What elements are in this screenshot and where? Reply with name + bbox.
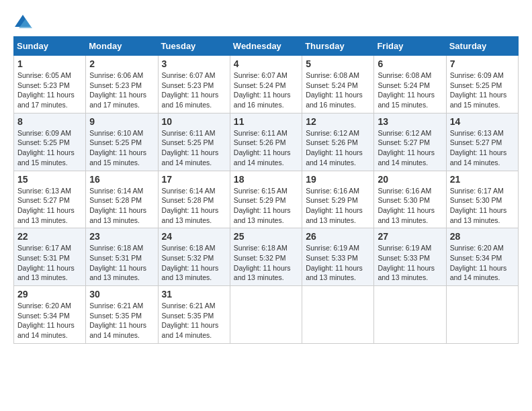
- day-number: 14: [450, 116, 515, 127]
- day-number: 15: [17, 174, 82, 185]
- day-number: 30: [89, 289, 154, 300]
- calendar-week-row: 15 Sunrise: 6:13 AM Sunset: 5:27 PM Dayl…: [14, 171, 519, 228]
- day-number: 24: [162, 231, 226, 242]
- day-info: Sunrise: 6:15 AM Sunset: 5:29 PM Dayligh…: [234, 186, 298, 226]
- day-number: 17: [162, 174, 226, 185]
- day-info: Sunrise: 6:18 AM Sunset: 5:32 PM Dayligh…: [234, 243, 298, 283]
- day-info: Sunrise: 6:09 AM Sunset: 5:25 PM Dayligh…: [450, 71, 515, 110]
- calendar-day-cell: 30 Sunrise: 6:21 AM Sunset: 5:35 PM Dayl…: [86, 286, 158, 344]
- calendar-day-cell: 7 Sunrise: 6:09 AM Sunset: 5:25 PM Dayli…: [446, 56, 518, 113]
- day-info: Sunrise: 6:19 AM Sunset: 5:33 PM Dayligh…: [378, 243, 442, 283]
- day-of-week-header: Thursday: [302, 37, 374, 56]
- day-number: 5: [306, 58, 370, 69]
- calendar-day-cell: 4 Sunrise: 6:07 AM Sunset: 5:24 PM Dayli…: [230, 56, 302, 113]
- calendar-week-row: 29 Sunrise: 6:20 AM Sunset: 5:34 PM Dayl…: [14, 286, 519, 344]
- calendar-header-row: SundayMondayTuesdayWednesdayThursdayFrid…: [14, 37, 519, 56]
- day-info: Sunrise: 6:14 AM Sunset: 5:28 PM Dayligh…: [89, 186, 154, 226]
- calendar-day-cell: 11 Sunrise: 6:11 AM Sunset: 5:26 PM Dayl…: [230, 113, 302, 171]
- calendar-day-cell: 10 Sunrise: 6:11 AM Sunset: 5:25 PM Dayl…: [158, 113, 230, 171]
- logo-icon: [13, 13, 32, 30]
- day-number: 18: [234, 174, 298, 185]
- calendar-day-cell: 24 Sunrise: 6:18 AM Sunset: 5:32 PM Dayl…: [158, 228, 230, 286]
- day-number: 22: [17, 231, 82, 242]
- day-info: Sunrise: 6:09 AM Sunset: 5:25 PM Dayligh…: [17, 128, 82, 168]
- calendar-day-cell: 14 Sunrise: 6:13 AM Sunset: 5:27 PM Dayl…: [446, 113, 518, 171]
- calendar-day-cell: 20 Sunrise: 6:16 AM Sunset: 5:30 PM Dayl…: [374, 171, 446, 228]
- calendar-day-cell: 12 Sunrise: 6:12 AM Sunset: 5:26 PM Dayl…: [302, 113, 374, 171]
- calendar-day-cell: 6 Sunrise: 6:08 AM Sunset: 5:24 PM Dayli…: [374, 56, 446, 113]
- day-number: 10: [162, 116, 226, 127]
- calendar-day-cell: 17 Sunrise: 6:14 AM Sunset: 5:28 PM Dayl…: [158, 171, 230, 228]
- day-info: Sunrise: 6:21 AM Sunset: 5:35 PM Dayligh…: [89, 301, 154, 340]
- day-info: Sunrise: 6:11 AM Sunset: 5:25 PM Dayligh…: [162, 128, 226, 168]
- day-of-week-header: Sunday: [14, 37, 86, 56]
- day-info: Sunrise: 6:08 AM Sunset: 5:24 PM Dayligh…: [306, 71, 370, 110]
- day-info: Sunrise: 6:16 AM Sunset: 5:29 PM Dayligh…: [306, 186, 370, 226]
- day-number: 13: [378, 116, 442, 127]
- day-info: Sunrise: 6:18 AM Sunset: 5:32 PM Dayligh…: [162, 243, 226, 283]
- day-number: 11: [234, 116, 298, 127]
- calendar-day-cell: 25 Sunrise: 6:18 AM Sunset: 5:32 PM Dayl…: [230, 228, 302, 286]
- day-number: 4: [234, 58, 298, 69]
- calendar-day-cell: 13 Sunrise: 6:12 AM Sunset: 5:27 PM Dayl…: [374, 113, 446, 171]
- day-number: 1: [17, 58, 82, 69]
- logo: [13, 13, 35, 30]
- day-number: 6: [378, 58, 442, 69]
- day-number: 16: [89, 174, 154, 185]
- calendar-day-cell: [302, 286, 374, 344]
- day-number: 21: [450, 174, 515, 185]
- calendar-day-cell: 15 Sunrise: 6:13 AM Sunset: 5:27 PM Dayl…: [14, 171, 86, 228]
- day-info: Sunrise: 6:11 AM Sunset: 5:26 PM Dayligh…: [234, 128, 298, 168]
- day-info: Sunrise: 6:12 AM Sunset: 5:26 PM Dayligh…: [306, 128, 370, 168]
- calendar-day-cell: [374, 286, 446, 344]
- day-info: Sunrise: 6:14 AM Sunset: 5:28 PM Dayligh…: [162, 186, 226, 226]
- calendar-day-cell: 2 Sunrise: 6:06 AM Sunset: 5:23 PM Dayli…: [86, 56, 158, 113]
- day-number: 12: [306, 116, 370, 127]
- day-of-week-header: Monday: [86, 37, 158, 56]
- calendar-day-cell: 16 Sunrise: 6:14 AM Sunset: 5:28 PM Dayl…: [86, 171, 158, 228]
- calendar-day-cell: 26 Sunrise: 6:19 AM Sunset: 5:33 PM Dayl…: [302, 228, 374, 286]
- day-info: Sunrise: 6:12 AM Sunset: 5:27 PM Dayligh…: [378, 128, 442, 168]
- day-info: Sunrise: 6:08 AM Sunset: 5:24 PM Dayligh…: [378, 71, 442, 110]
- calendar-day-cell: 23 Sunrise: 6:18 AM Sunset: 5:31 PM Dayl…: [86, 228, 158, 286]
- day-of-week-header: Friday: [374, 37, 446, 56]
- day-info: Sunrise: 6:17 AM Sunset: 5:31 PM Dayligh…: [17, 243, 82, 283]
- day-of-week-header: Tuesday: [158, 37, 230, 56]
- calendar-day-cell: 28 Sunrise: 6:20 AM Sunset: 5:34 PM Dayl…: [446, 228, 518, 286]
- day-info: Sunrise: 6:06 AM Sunset: 5:23 PM Dayligh…: [89, 71, 154, 110]
- day-info: Sunrise: 6:19 AM Sunset: 5:33 PM Dayligh…: [306, 243, 370, 283]
- calendar-day-cell: 5 Sunrise: 6:08 AM Sunset: 5:24 PM Dayli…: [302, 56, 374, 113]
- day-number: 28: [450, 231, 515, 242]
- calendar-table: SundayMondayTuesdayWednesdayThursdayFrid…: [13, 36, 519, 344]
- day-info: Sunrise: 6:16 AM Sunset: 5:30 PM Dayligh…: [378, 186, 442, 226]
- calendar-day-cell: [446, 286, 518, 344]
- day-number: 31: [162, 289, 226, 300]
- day-number: 26: [306, 231, 370, 242]
- day-number: 23: [89, 231, 154, 242]
- day-info: Sunrise: 6:13 AM Sunset: 5:27 PM Dayligh…: [450, 128, 515, 168]
- page-header: [13, 13, 519, 30]
- calendar-week-row: 8 Sunrise: 6:09 AM Sunset: 5:25 PM Dayli…: [14, 113, 519, 171]
- calendar-day-cell: 19 Sunrise: 6:16 AM Sunset: 5:29 PM Dayl…: [302, 171, 374, 228]
- day-of-week-header: Saturday: [446, 37, 518, 56]
- day-number: 2: [89, 58, 154, 69]
- calendar-day-cell: 21 Sunrise: 6:17 AM Sunset: 5:30 PM Dayl…: [446, 171, 518, 228]
- day-number: 29: [17, 289, 82, 300]
- day-info: Sunrise: 6:07 AM Sunset: 5:24 PM Dayligh…: [234, 71, 298, 110]
- calendar-day-cell: 27 Sunrise: 6:19 AM Sunset: 5:33 PM Dayl…: [374, 228, 446, 286]
- day-info: Sunrise: 6:10 AM Sunset: 5:25 PM Dayligh…: [89, 128, 154, 168]
- day-number: 7: [450, 58, 515, 69]
- calendar-day-cell: 3 Sunrise: 6:07 AM Sunset: 5:23 PM Dayli…: [158, 56, 230, 113]
- day-info: Sunrise: 6:18 AM Sunset: 5:31 PM Dayligh…: [89, 243, 154, 283]
- day-info: Sunrise: 6:07 AM Sunset: 5:23 PM Dayligh…: [162, 71, 226, 110]
- day-info: Sunrise: 6:13 AM Sunset: 5:27 PM Dayligh…: [17, 186, 82, 226]
- day-info: Sunrise: 6:21 AM Sunset: 5:35 PM Dayligh…: [162, 301, 226, 340]
- day-info: Sunrise: 6:05 AM Sunset: 5:23 PM Dayligh…: [17, 71, 82, 110]
- day-number: 25: [234, 231, 298, 242]
- calendar-day-cell: 31 Sunrise: 6:21 AM Sunset: 5:35 PM Dayl…: [158, 286, 230, 344]
- calendar-day-cell: 22 Sunrise: 6:17 AM Sunset: 5:31 PM Dayl…: [14, 228, 86, 286]
- calendar-day-cell: [230, 286, 302, 344]
- calendar-body: 1 Sunrise: 6:05 AM Sunset: 5:23 PM Dayli…: [14, 56, 519, 344]
- day-number: 9: [89, 116, 154, 127]
- day-info: Sunrise: 6:20 AM Sunset: 5:34 PM Dayligh…: [17, 301, 82, 340]
